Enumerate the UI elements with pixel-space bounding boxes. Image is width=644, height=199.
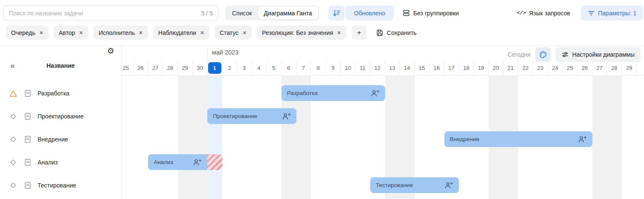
weekend-column-shading (592, 76, 607, 199)
day-header-cell[interactable]: 12 (370, 60, 385, 75)
chip-remove-icon[interactable]: ✕ (242, 30, 247, 36)
timeline-area: май 2023 2526272829301234567891011121314… (122, 46, 644, 199)
gantt-bar[interactable]: Разработка (281, 85, 385, 101)
day-header-cell[interactable]: 6 (281, 60, 296, 75)
filter-chip[interactable]: Очередь✕ (6, 26, 49, 40)
day-header-cell[interactable]: 3 (237, 60, 252, 75)
filter-chip[interactable]: Резолюция: Без значения✕ (257, 26, 346, 40)
days-header: 2526272829301234567891011121314151617181… (122, 60, 644, 76)
day-header-cell[interactable]: 5 (267, 60, 281, 75)
day-header-cell[interactable]: 29 (178, 60, 193, 75)
chip-remove-icon[interactable]: ✕ (79, 30, 83, 36)
day-header-cell[interactable]: 21 (503, 60, 518, 75)
document-icon (24, 182, 31, 189)
filter-chip[interactable]: Статус✕ (215, 26, 252, 40)
tab-list-view[interactable]: Список (226, 6, 258, 20)
day-header-cell[interactable]: 25 (122, 60, 133, 75)
parameters-label: Параметры: 1 (598, 10, 636, 17)
tab-gantt-view[interactable]: Диаграмма Ганта (258, 6, 318, 20)
task-row[interactable]: Разработка (0, 82, 121, 105)
day-header-cell[interactable]: 1 (207, 60, 222, 75)
day-header-cell[interactable]: 30 (193, 60, 208, 75)
search-input[interactable] (9, 10, 198, 17)
parameters-button[interactable]: Параметры: 1 (581, 6, 643, 20)
task-row[interactable]: Тестирование (0, 174, 121, 197)
column-settings-gear-icon[interactable]: ⚙ (107, 47, 114, 55)
document-icon (24, 159, 31, 166)
task-name[interactable]: Анализ (38, 159, 58, 166)
day-header-cell[interactable]: 25 (563, 60, 577, 75)
day-header-cell[interactable]: 4 (252, 60, 267, 75)
chip-remove-icon[interactable]: ✕ (337, 30, 341, 36)
chip-remove-icon[interactable]: ✕ (200, 30, 204, 36)
gantt-bar[interactable]: Внедрение (444, 131, 592, 147)
add-assignee-icon[interactable] (578, 136, 587, 143)
task-name[interactable]: Проектирование (38, 113, 84, 120)
day-header-cell[interactable]: 20 (489, 60, 504, 75)
day-header-cell[interactable]: 27 (592, 60, 607, 75)
day-header-cell[interactable]: 8 (311, 60, 326, 75)
updated-button[interactable]: Обновлено (345, 6, 394, 20)
code-icon: </> (517, 10, 525, 16)
overdue-segment[interactable] (207, 154, 222, 170)
day-header-cell[interactable]: 13 (385, 60, 400, 75)
task-row[interactable]: Внедрение (0, 128, 121, 151)
task-name[interactable]: Внедрение (38, 136, 68, 143)
query-language-label: Язык запросов (529, 10, 570, 17)
day-header-cell[interactable]: 9 (326, 60, 341, 75)
chart-settings-label: Настройки диаграммы (572, 51, 635, 58)
add-assignee-icon[interactable] (444, 182, 453, 189)
day-header-cell[interactable]: 19 (474, 60, 489, 75)
diamond-icon (9, 113, 17, 120)
day-header-cell[interactable]: 28 (607, 60, 622, 75)
filter-chip[interactable]: Исполнитель✕ (93, 26, 148, 40)
day-header-cell[interactable]: 26 (133, 60, 148, 75)
gantt-bar-label: Разработка (287, 90, 318, 96)
task-row[interactable]: Проектирование (0, 105, 121, 128)
query-language-button[interactable]: </> Язык запросов (517, 6, 570, 20)
color-settings-button[interactable] (535, 47, 551, 62)
add-assignee-icon[interactable] (371, 89, 380, 97)
day-header-cell[interactable]: 28 (163, 60, 178, 75)
day-header-cell[interactable]: 27 (148, 60, 163, 75)
day-header-cell[interactable]: 2 (222, 60, 237, 75)
filter-chip-label: Статус (220, 29, 238, 36)
chip-remove-icon[interactable]: ✕ (39, 30, 44, 36)
task-name[interactable]: Разработка (38, 90, 70, 97)
day-header-cell[interactable]: 14 (400, 60, 415, 75)
chart-settings-button[interactable]: Настройки диаграммы (556, 47, 641, 62)
add-assignee-icon[interactable] (193, 159, 202, 166)
day-header-cell[interactable]: 10 (341, 60, 356, 75)
task-list-panel: ⚙ « Название РазработкаПроектированиеВне… (0, 46, 122, 199)
filter-chip[interactable]: Наблюдатели✕ (153, 26, 209, 40)
gantt-bar[interactable]: Проектирование (207, 108, 296, 124)
gantt-bar[interactable]: Тестирование (370, 177, 459, 193)
day-header-cell[interactable]: 11 (355, 60, 370, 75)
save-filters-button[interactable]: Сохранить (376, 26, 417, 40)
day-header-cell[interactable]: 29 (622, 60, 637, 75)
document-icon (24, 136, 31, 143)
gantt-bar[interactable]: Анализ (148, 154, 207, 170)
filter-chip[interactable]: Автор✕ (54, 26, 88, 40)
day-header-cell[interactable]: 26 (577, 60, 592, 75)
day-header-cell[interactable]: 24 (548, 60, 563, 75)
gantt-bar-label: Тестирование (376, 182, 413, 188)
day-header-cell[interactable]: 18 (459, 60, 474, 75)
timeline-body: РазработкаПроектированиеВнедрениеАнализТ… (122, 76, 644, 199)
grouping-button[interactable]: Без группировки (403, 6, 459, 20)
task-row[interactable]: Анализ (0, 151, 121, 174)
search-result-counter: 5 / 5 (201, 10, 213, 17)
day-header-cell[interactable]: 16 (429, 60, 444, 75)
day-header-cell[interactable]: 7 (296, 60, 311, 75)
add-assignee-icon[interactable] (282, 112, 291, 120)
filter-chip-list: Очередь✕Автор✕Исполнитель✕Наблюдатели✕Ст… (6, 26, 346, 40)
add-filter-button[interactable]: + (351, 26, 367, 40)
task-name[interactable]: Тестирование (38, 182, 76, 189)
day-header-cell[interactable]: 15 (415, 60, 429, 75)
chip-remove-icon[interactable]: ✕ (139, 30, 143, 36)
today-label: Сегодня (508, 51, 531, 58)
day-header-cell[interactable]: 23 (533, 60, 548, 75)
sort-button[interactable] (328, 6, 345, 20)
day-header-cell[interactable]: 22 (518, 60, 533, 75)
day-header-cell[interactable]: 17 (444, 60, 459, 75)
